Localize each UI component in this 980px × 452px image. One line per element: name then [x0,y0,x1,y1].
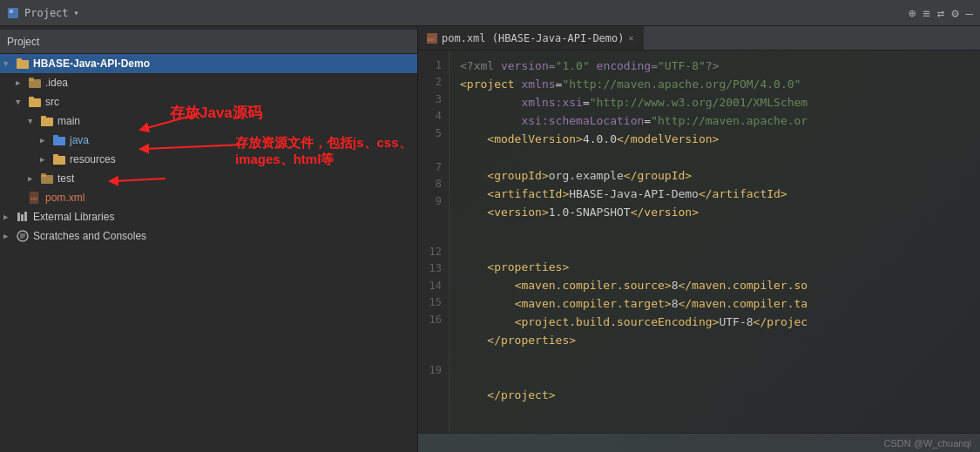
src-folder-icon [28,96,42,108]
tree-label-src: src [45,96,59,108]
tree-label-java: java [70,134,89,146]
editor-panel: xml pom.xml (HBASE-Java-API-Demo) ✕ 1 2 … [418,26,980,452]
tree-item-test[interactable]: test [0,169,417,188]
arrow-main [28,117,38,125]
test-folder-icon [40,172,54,185]
main-content: Project HBASE-Java-API-Demo .idea src [0,26,980,452]
code-line-9: <version>1.0-SNAPSHOT</version> [460,204,970,222]
code-line-2: <project xmlns="http://maven.apache.org/… [460,76,970,94]
code-line-13: <maven.compiler.source>8</maven.compiler… [460,277,970,295]
editor-tab-bar: xml pom.xml (HBASE-Java-API-Demo) ✕ [418,26,980,51]
tree-label-main: main [57,115,80,127]
editor-content: 1 2 3 4 5 7 8 9 12 13 14 15 16 19 [418,51,980,433]
code-line-19: </project> [460,387,970,405]
watermark-text: CSDN @W_chuanqi [884,438,971,449]
main-folder-icon [40,115,54,127]
code-line-12: <properties> [460,259,970,277]
svg-text:xml: xml [30,196,37,201]
code-line-7: <groupId>org.example</groupId> [460,167,970,186]
pom-xml-icon: xml [28,192,42,204]
line-numbers: 1 2 3 4 5 7 8 9 12 13 14 15 16 19 [418,51,449,433]
tree-item-pom[interactable]: xml pom.xml [0,188,417,207]
tree-label-external-libs: External Libraries [33,211,114,223]
code-line-8: <artifactId>HBASE-Java-API-Demo</artifac… [460,186,970,204]
tree-label-resources: resources [70,153,116,165]
resources-folder-icon [52,153,66,165]
arrow-src [16,98,26,106]
arrow-test [28,174,38,183]
settings-icon[interactable]: ⚙ [951,6,958,20]
tree-item-root[interactable]: HBASE-Java-API-Demo [0,54,417,73]
tree-item-resources[interactable]: resources [0,150,417,169]
arrow-java [40,136,51,145]
code-line-5: <modelVersion>4.0.0</modelVersion> [460,131,970,149]
project-icon [7,7,19,19]
title-bar: Project ▾ ⊕ ≡ ⇄ ⚙ — [0,0,980,26]
code-line-11 [460,240,970,259]
svg-rect-19 [21,214,24,221]
code-line-18 [460,368,970,387]
scope-icon[interactable]: ⊕ [909,6,916,20]
minimize-icon[interactable]: — [966,6,973,20]
tree-label-test: test [57,172,74,185]
code-line-1: <?xml version="1.0" encoding="UTF-8"?> [460,57,970,76]
code-line-15: <project.build.sourceEncoding>UTF-8</pro… [460,314,970,332]
arrow-resources [40,155,51,164]
project-dropdown-arrow[interactable]: ▾ [74,8,79,17]
code-line-16: </properties> [460,332,970,350]
svg-rect-18 [17,213,20,221]
status-bar: CSDN @W_chuanqi [418,433,980,452]
svg-rect-15 [41,173,46,177]
tab-close-button[interactable]: ✕ [629,33,634,43]
root-folder-icon [16,57,30,70]
svg-rect-5 [29,78,34,81]
tree-item-java[interactable]: java [0,131,417,150]
code-line-14: <maven.compiler.target>8</maven.compiler… [460,295,970,314]
svg-rect-20 [24,212,27,221]
idea-folder-icon [28,77,42,89]
code-line-6 [460,149,970,167]
project-sidebar[interactable]: Project HBASE-Java-API-Demo .idea src [0,26,418,452]
tree-label-scratches: Scratches and Consoles [33,230,146,242]
title-bar-title: Project [24,7,69,19]
svg-rect-9 [41,116,46,119]
tree-label-root: HBASE-Java-API-Demo [33,57,150,70]
svg-rect-7 [29,97,34,100]
sidebar-panel-title: Project [7,36,39,48]
expand-icon[interactable]: ⇄ [937,6,944,20]
svg-rect-1 [10,10,13,13]
pom-tab-icon: xml [427,33,437,44]
tree-label-pom: pom.xml [45,192,84,204]
code-area: <?xml version="1.0" encoding="UTF-8"?> <… [449,51,980,433]
tree-label-idea: .idea [45,77,68,89]
svg-rect-11 [53,135,58,138]
tree-item-scratches[interactable]: Scratches and Consoles [0,226,417,246]
code-line-17 [460,350,970,368]
code-line-10 [460,222,970,240]
scratches-icon [16,230,30,242]
tree-item-external-libs[interactable]: External Libraries [0,207,417,226]
code-line-4: xsi:schemaLocation="http://maven.apache.… [460,112,970,131]
arrow-scratches [3,232,14,240]
title-bar-right: ⊕ ≡ ⇄ ⚙ — [909,6,973,20]
arrow-root [3,59,14,68]
tab-pom-label: pom.xml (HBASE-Java-API-Demo) [442,32,625,44]
arrow-idea [16,78,26,87]
arrow-external-libs [3,213,14,221]
svg-rect-3 [17,58,22,62]
svg-text:xml: xml [428,37,435,42]
title-bar-left: Project ▾ [7,7,909,19]
java-folder-icon [52,134,66,146]
list-icon[interactable]: ≡ [923,6,929,20]
tree-item-idea[interactable]: .idea [0,73,417,92]
svg-rect-13 [53,154,58,158]
external-libs-icon [16,211,30,223]
tree-item-main[interactable]: main [0,111,417,131]
tree-item-src[interactable]: src [0,92,417,111]
tab-pom-xml[interactable]: xml pom.xml (HBASE-Java-API-Demo) ✕ [418,26,644,50]
code-line-3: xmlns:xsi="http://www.w3.org/2001/XMLSch… [460,94,970,112]
